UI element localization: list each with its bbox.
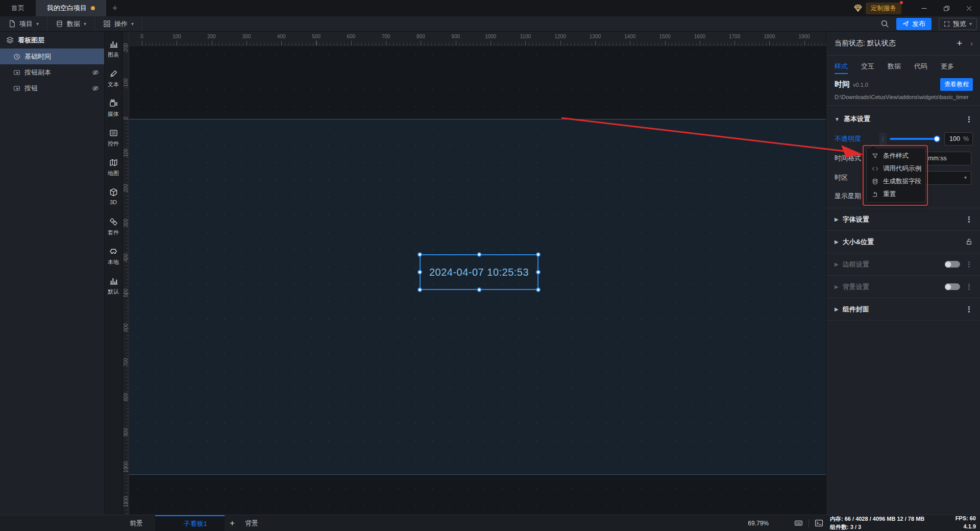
panel-tab-数据[interactable]: 数据: [888, 56, 901, 77]
board-icon: [173, 520, 180, 527]
menu-label: 操作: [114, 19, 128, 29]
resize-handle-se[interactable]: [536, 287, 541, 292]
zoom-level[interactable]: 69.79%: [748, 520, 769, 527]
section-more-icon[interactable]: ⋮: [965, 305, 973, 313]
section-字体设置[interactable]: ▶字体设置⋮: [826, 208, 980, 230]
new-tab-button[interactable]: +: [106, 0, 124, 16]
chevron-down-icon: ▼: [835, 116, 840, 122]
eye-off-icon[interactable]: [92, 85, 99, 92]
layer-item[interactable]: 按钮: [0, 80, 104, 96]
terminal-icon[interactable]: [815, 519, 823, 527]
toolbar-label: 控件: [108, 140, 119, 148]
section-大小&位置[interactable]: ▶大小&位置: [826, 230, 980, 253]
panel-tab-更多[interactable]: 更多: [941, 56, 954, 77]
eye-off-icon[interactable]: [92, 69, 99, 76]
context-menu-item-db[interactable]: 生成数据字段: [867, 175, 925, 188]
background-button[interactable]: 背景: [240, 515, 271, 531]
context-menu-item-funnel[interactable]: 条件样式: [867, 150, 925, 162]
resize-handle-n[interactable]: [477, 252, 481, 257]
slider-knob[interactable]: [934, 136, 940, 142]
widget-count-value: 3 / 3: [850, 524, 861, 530]
panel-tabs: 样式交互数据代码更多: [826, 56, 980, 77]
layer-item[interactable]: 按钮副本: [0, 64, 104, 80]
section-more-icon[interactable]: ⋮: [965, 215, 973, 223]
state-value[interactable]: 默认状态: [867, 39, 896, 48]
foreground-button[interactable]: 前景: [125, 515, 155, 531]
resize-handle-ne[interactable]: [536, 252, 541, 257]
resize-handle-e[interactable]: [536, 270, 541, 275]
opacity-more-button[interactable]: ⋮: [879, 133, 887, 145]
toolbar-label: 默认: [108, 288, 119, 296]
add-board-button[interactable]: +: [225, 515, 240, 531]
tab-project-label: 我的空白项目: [47, 4, 87, 13]
toolbar-item-map[interactable]: 地图: [105, 158, 122, 188]
context-menu-label: 重置: [883, 190, 896, 199]
chevron-down-icon: ▾: [36, 21, 39, 27]
chevron-down-icon: ▾: [964, 175, 967, 180]
toolbar-item-chart[interactable]: 图表: [105, 40, 122, 69]
section-组件封面[interactable]: ▶组件封面⋮: [826, 298, 980, 320]
toolbar-item-chart[interactable]: 默认: [105, 277, 122, 306]
tab-home[interactable]: 首页: [0, 0, 36, 16]
app-window: { "titlebar": { "tabs": [ {"label": "首页"…: [0, 0, 980, 531]
widget-info: 时间 v0.1.0 查看教程: [826, 77, 980, 91]
toolbar-item-control[interactable]: 控件: [105, 129, 122, 158]
chevron-right-icon[interactable]: ›: [970, 39, 973, 47]
ruler-label: 600: [123, 320, 129, 335]
restore-button[interactable]: [935, 0, 958, 16]
tab-project[interactable]: 我的空白项目: [36, 0, 106, 16]
panel-tab-交互[interactable]: 交互: [861, 56, 874, 77]
toolbar-item-media[interactable]: 媒体: [105, 99, 122, 129]
resize-handle-sw[interactable]: [418, 287, 422, 292]
resize-handle-s[interactable]: [477, 287, 481, 292]
menu-db[interactable]: 数据▾: [47, 16, 95, 31]
toolbar-item-puzzle[interactable]: 本地: [105, 247, 122, 277]
preview-button[interactable]: 预览 ▾: [939, 18, 977, 30]
search-icon[interactable]: [880, 19, 889, 28]
keyboard-icon[interactable]: [794, 519, 803, 527]
section-边框设置[interactable]: ▶边框设置⋮: [826, 253, 980, 275]
lock-icon[interactable]: [965, 238, 973, 246]
layer-item[interactable]: 基础时间: [0, 49, 104, 64]
ruler-label: 1900: [799, 34, 810, 39]
fit-screen-icon[interactable]: [778, 519, 787, 527]
add-state-button[interactable]: +: [957, 38, 962, 49]
memory-label: 内存:: [830, 516, 843, 522]
basic-settings-header[interactable]: ▼ 基本设置 ⋮: [826, 109, 980, 129]
menu-file[interactable]: 项目▾: [0, 16, 47, 31]
panel-tab-样式[interactable]: 样式: [835, 56, 848, 77]
pen-icon: [109, 69, 118, 78]
toggle-off[interactable]: [945, 283, 960, 290]
context-menu-item-reset[interactable]: 重置: [867, 188, 925, 201]
publish-button[interactable]: 发布: [896, 18, 932, 30]
toggle-off[interactable]: [945, 261, 960, 268]
unsaved-dot: [91, 6, 95, 10]
plus-circle-icon[interactable]: [144, 518, 150, 524]
db-icon: [56, 20, 63, 28]
section-背景设置[interactable]: ▶背景设置⋮: [826, 275, 980, 298]
toolbar-item-pen[interactable]: 文本: [105, 69, 122, 99]
section-more-icon[interactable]: ⋮: [965, 115, 973, 123]
opacity-slider[interactable]: [890, 138, 939, 140]
panel-tab-代码[interactable]: 代码: [914, 56, 927, 77]
context-menu-item-code[interactable]: 调用代码示例: [867, 162, 925, 175]
selected-time-widget[interactable]: 2024-04-07 10:25:53: [420, 254, 538, 290]
close-button[interactable]: [958, 0, 980, 16]
minimize-button[interactable]: [913, 0, 935, 16]
canvas-viewport[interactable]: 2024-04-07 10:25:53: [129, 46, 826, 515]
tutorial-button[interactable]: 查看教程: [940, 78, 973, 91]
toolbar-item-cube[interactable]: 3D: [105, 188, 122, 218]
ruler-label: 800: [416, 34, 425, 39]
subboard-tab[interactable]: 子看板1: [155, 515, 225, 531]
toolbar-item-kit[interactable]: 套件: [105, 218, 122, 247]
plus-circle-icon[interactable]: [259, 518, 265, 524]
custom-service-badge[interactable]: 定制服务: [866, 3, 901, 14]
menu-grid[interactable]: 操作▾: [95, 16, 142, 31]
ruler-label: 1800: [764, 34, 775, 39]
resize-handle-w[interactable]: [418, 270, 422, 275]
section-more-icon[interactable]: ⋮: [965, 282, 973, 292]
dashboard-board[interactable]: [129, 119, 826, 475]
section-more-icon[interactable]: ⋮: [965, 260, 973, 269]
opacity-input[interactable]: 100 %: [944, 132, 973, 146]
resize-handle-nw[interactable]: [418, 252, 422, 257]
